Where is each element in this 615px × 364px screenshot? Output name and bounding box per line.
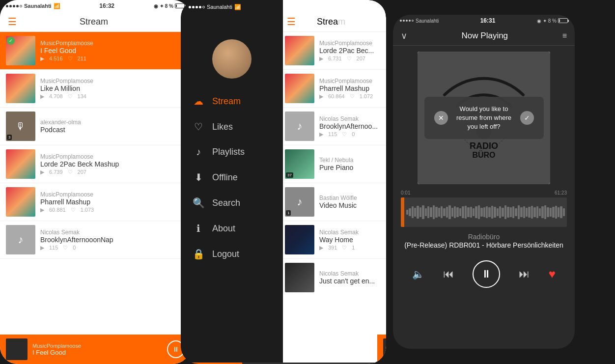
- sidebar-item-search[interactable]: 🔍 Search: [181, 190, 283, 216]
- phone3-now-playing: Saunalahti 16:31 ◉ ✦ 8 % ∨ Now Playing ≡: [393, 15, 575, 349]
- battery-cap-2: [378, 6, 379, 8]
- track-item-5[interactable]: MusicPomplamoose Pharrell Mashup ▶ 60.88…: [0, 183, 191, 221]
- track-name-5: Pharrell Mashup: [40, 198, 185, 206]
- resume-overlay: ✕ Would you like to resume from where yo…: [418, 52, 550, 184]
- sidebar-item-logout[interactable]: 🔒 Logout: [181, 241, 283, 267]
- stream-artist-3: Nicolas Semak: [319, 115, 380, 122]
- time-3: 16:31: [480, 17, 496, 24]
- mini-thumb-2: [383, 338, 386, 360]
- volume-button[interactable]: 🔈: [412, 268, 424, 280]
- signal-dots-3: [400, 20, 414, 22]
- track-info-3: alexander-olma Podcast: [40, 119, 177, 134]
- stream-stats-3: ▶ 115 ♡ 0: [319, 131, 380, 138]
- status-bar-3: Saunalahti 16:31 ◉ ✦ 8 %: [393, 15, 575, 27]
- track-thumb-5: [6, 187, 35, 217]
- track-item-2[interactable]: MusicPomplamoose Like A Million ▶ 4.708 …: [0, 70, 191, 108]
- mini-thumb-1: [6, 338, 28, 360]
- stream-track-2[interactable]: MusicPomplamoose Pharrell Mashup ▶ 60.86…: [279, 70, 386, 108]
- app-header-1: ☰ Stream: [0, 12, 191, 32]
- menu-panel: ☁ Stream ♡ Likes ♪ Playlists ⬇ Offline 🔍: [181, 0, 283, 364]
- mini-player-2[interactable]: MusicPomplamoose I Feel Good ⏸: [377, 335, 386, 364]
- back-button[interactable]: ∨: [401, 30, 407, 41]
- track-item-4[interactable]: MusicPomplamoose Lorde 2Pac Beck Mashup …: [0, 145, 191, 183]
- sidebar-item-about[interactable]: ℹ About: [181, 216, 283, 241]
- track-item-3[interactable]: 3 🎙 alexander-olma Podcast ›: [0, 108, 191, 145]
- track-artist-2: MusicPomplamoose: [40, 78, 185, 84]
- stream-tracks-2: MusicPomplamoose Lorde 2Pac Bec... ▶ 6.7…: [279, 32, 386, 337]
- sdot5: [202, 6, 205, 8]
- battery-text-1: 8 %: [165, 3, 173, 9]
- waveform[interactable]: (function(){ const heights = [20,30,45,3…: [401, 197, 567, 227]
- resume-decline-button[interactable]: ✕: [434, 111, 448, 125]
- stream-name-7: Just can't get en...: [319, 277, 380, 285]
- p3dot1: [400, 20, 402, 22]
- status-left-1: Saunalahti 📶: [6, 3, 60, 9]
- phone2-menu: Saunalahti 📶 15:43 ◉ ✦ 17 % ☁: [181, 0, 386, 364]
- next-button[interactable]: ⏭: [519, 268, 530, 280]
- sidebar-item-likes[interactable]: ♡ Likes: [181, 114, 283, 140]
- dot1: [6, 5, 8, 7]
- track-stats-1: ▶ 4.516 ♡ 211: [40, 56, 185, 62]
- bt-icon-2: ✦: [349, 4, 353, 10]
- track-item-6[interactable]: ♪ Nicolas Semak BrooklynAfternooonNap ▶ …: [0, 221, 191, 259]
- track-stats-4: ▶ 6.739 ♡ 207: [40, 169, 185, 175]
- time-2: 15:43: [283, 3, 300, 11]
- status-bar-1: Saunalahti 📶 16:32 ◉ ✦ 8 %: [0, 0, 191, 12]
- p3dot5: [412, 20, 414, 22]
- previous-button[interactable]: ⏮: [443, 268, 454, 280]
- wifi-icon-1: 📶: [54, 3, 60, 9]
- mini-player-1[interactable]: MusicPomplamoose I Feel Good ⏸: [0, 335, 191, 364]
- status-left-3: Saunalahti: [400, 18, 439, 24]
- stream-info-2: MusicPomplamoose Pharrell Mashup ▶ 60.86…: [319, 78, 380, 100]
- sdot1: [189, 6, 191, 8]
- hamburger-icon-1[interactable]: ☰: [8, 16, 17, 28]
- battery-text-2: 17 %: [355, 4, 367, 10]
- track-name-6: BrooklynAfternooonNap: [40, 236, 185, 244]
- track-info-6: Nicolas Semak BrooklynAfternooonNap ▶ 11…: [40, 229, 185, 251]
- heart-icon-1: ♡: [68, 56, 73, 62]
- stream-track-3[interactable]: ♪ Nicolas Semak BrooklynAfternoo... ▶ 11…: [279, 108, 386, 145]
- status-right-3: ◉ ✦ 8 %: [537, 18, 568, 24]
- track-name-3: Podcast: [40, 126, 177, 134]
- stream-track-6[interactable]: Nicolas Semak Way Home ▶ 391 ♡ 1: [279, 221, 386, 259]
- sidebar-item-offline[interactable]: ⬇ Offline: [181, 165, 283, 190]
- stream-info-7: Nicolas Semak Just can't get en...: [319, 270, 380, 285]
- dot5: [20, 5, 22, 7]
- location-icon-3: ◉: [537, 18, 541, 24]
- track-artist-5: MusicPomplamoose: [40, 191, 185, 198]
- hamburger-icon-2[interactable]: ☰: [287, 16, 296, 28]
- likes-icon: ♡: [193, 121, 204, 133]
- favorite-button[interactable]: ♥: [549, 267, 556, 281]
- status-bar-2: Saunalahti 📶 15:43 ◉ ✦ 17 %: [181, 0, 386, 14]
- stream-name-6: Way Home: [319, 236, 380, 244]
- phone1-stream: Saunalahti 📶 16:32 ◉ ✦ 8 % ☰ Stream ✓ Mu…: [0, 0, 191, 364]
- stream-track-5[interactable]: ♪ 1 Bastian Wölfle Video Music: [279, 183, 386, 221]
- resume-confirm-button[interactable]: ✓: [520, 111, 534, 125]
- stream-track-7[interactable]: Nicolas Semak Just can't get en...: [279, 259, 386, 296]
- stream-track-1[interactable]: MusicPomplamoose Lorde 2Pac Bec... ▶ 6.7…: [279, 32, 386, 70]
- pause-play-button[interactable]: ⏸: [473, 260, 500, 288]
- track-name-1: I Feel Good: [40, 47, 185, 55]
- bluetooth-icon-1: ✦: [160, 3, 164, 9]
- stream-thumb-2: [285, 74, 314, 103]
- album-art: RADIO BÜRO ✕ Would you like to resume fr…: [418, 52, 550, 184]
- track-item-1[interactable]: ✓ MusicPomplamoose I Feel Good ▶ 4.516 ♡…: [0, 32, 191, 70]
- stream-name-5: Video Music: [319, 201, 380, 209]
- track-thumb-1: ✓: [6, 36, 35, 65]
- track-thumb-6: ♪: [6, 225, 35, 254]
- battery-icon-3: [558, 18, 568, 23]
- dot4: [16, 5, 19, 7]
- mini-info-1: MusicPomplamoose I Feel Good: [32, 343, 162, 356]
- now-playing-title: Now Playing: [462, 31, 508, 41]
- track-stats-6: ▶ 115 ♡ 0: [40, 245, 185, 251]
- stream-thumb-7: [285, 263, 314, 292]
- track-name-4: Lorde 2Pac Beck Mashup: [40, 160, 185, 168]
- sidebar-item-stream[interactable]: ☁ Stream: [181, 88, 283, 114]
- stream-thumb-6: [285, 225, 314, 254]
- p3dot3: [406, 20, 408, 22]
- time-end: 61:23: [555, 190, 567, 196]
- queue-list-button[interactable]: ≡: [562, 31, 567, 40]
- mini-artist-1: MusicPomplamoose: [32, 343, 162, 349]
- sidebar-item-playlists[interactable]: ♪ Playlists: [181, 140, 283, 165]
- stream-track-4[interactable]: 37 Tekl / Nebula Pure Piano: [279, 145, 386, 183]
